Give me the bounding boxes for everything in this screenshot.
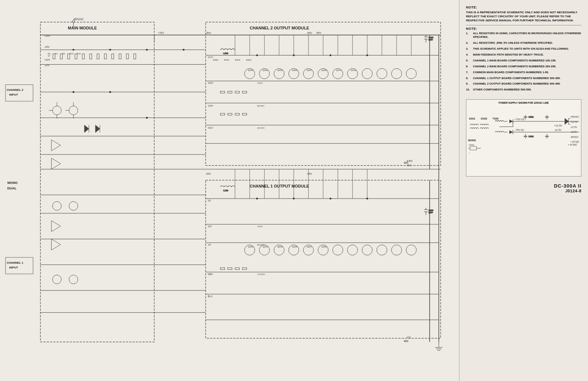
note-item-4: 4.MAIN FEEDBACK PATH DENOTED BY HEAVY TR… (466, 53, 581, 57)
svg-marker-230 (509, 120, 513, 123)
svg-text:Q413: Q413 (351, 69, 356, 71)
note-item-6: 6.CHANNEL 2 MAIN BOARD COMPONENTS NUMBER… (466, 65, 581, 69)
note-heading-1: NOTE: (466, 6, 581, 9)
note-item-9: 9.CHANNEL 2 OUTPUT BOARD COMPONENTS NUMB… (466, 82, 581, 86)
svg-text:L100: L100 (223, 189, 229, 192)
svg-text:MONO: MONO (468, 139, 476, 142)
svg-text:CHANNEL 1: CHANNEL 1 (7, 261, 24, 264)
svg-text:INPUT: INPUT (9, 93, 18, 96)
svg-text:+75V: +75V (158, 32, 164, 34)
svg-text:Q401: Q401 (262, 69, 268, 71)
svg-text:Q309: Q309 (321, 246, 327, 248)
svg-rect-270 (470, 146, 477, 150)
svg-text:Q411: Q411 (336, 69, 341, 71)
svg-text:DUAL: DUAL (7, 186, 17, 190)
note-item-1: 1.ALL RESISTORS IN OHMS, CAPACITORS IN M… (466, 32, 581, 40)
note-item-2: 2.ALL RESISTORS .25W, 5% UNLESS OTHERWIS… (466, 41, 581, 45)
svg-point-139 (72, 91, 74, 93)
svg-text:-12V: -12V (44, 64, 50, 67)
svg-text:V4: V4 (208, 243, 211, 246)
svg-text:INPUT: INPUT (9, 266, 18, 269)
svg-text:WB+: WB+ (208, 273, 213, 275)
right-panel: NOTE: THIS IS A REPRESENTATIVE SCHEMATIC… (459, 0, 588, 381)
model-info: DC-300A II J0124-8 (466, 183, 581, 193)
model-name: DC-300A II (466, 183, 581, 189)
svg-text:MONO: MONO (7, 181, 18, 185)
svg-text:E400: E400 (407, 160, 413, 162)
svg-marker-232 (509, 131, 513, 134)
svg-text:V5: V5 (208, 199, 211, 202)
svg-point-137 (146, 49, 148, 51)
svg-text:-60V: -60V (206, 172, 211, 175)
schematic-diagram: MAIN MODULE CHANNEL 2 OUTPUT MODULE CHAN… (0, 0, 459, 381)
svg-point-135 (72, 49, 74, 51)
svg-text:CHANNEL 2 OUTPUT MODULE: CHANNEL 2 OUTPUT MODULE (250, 26, 309, 30)
svg-point-138 (183, 49, 184, 51)
page-container: MAIN MODULE CHANNEL 2 OUTPUT MODULE CHAN… (0, 0, 588, 381)
svg-text:OK/WH: OK/WH (257, 127, 264, 129)
svg-text:IOC: IOC (407, 164, 411, 167)
representative-note: THIS IS A REPRESENTATIVE SCHEMATIC ONLY … (466, 10, 581, 23)
svg-point-146 (256, 197, 258, 199)
svg-text:Q303: Q303 (277, 246, 283, 248)
power-supply-diagram: POWER SUPPLY SHOWN FOR 120VAC LINE SG01 … (466, 99, 581, 177)
note-item-5: 5.CHANNEL 1 MAIN BOARD COMPONENTS NUMBER… (466, 59, 581, 63)
svg-text:100V: 100V (429, 39, 433, 41)
svg-text:-15V: -15V (44, 46, 50, 48)
svg-text:↑: ↑ (469, 152, 470, 154)
svg-point-148 (330, 197, 331, 199)
power-supply-label: POWER SUPPLY SHOWN FOR 120VAC LINE (468, 102, 579, 104)
svg-text:-65V: -65V (306, 32, 312, 34)
svg-text:R2: R2 (62, 53, 65, 55)
note-item-7: 7.COMMON MAIN BOARD COMPONENTS NUMBERED … (466, 71, 581, 75)
svg-marker-260 (565, 118, 569, 124)
svg-text:-75V DC: -75V DC (515, 129, 524, 131)
svg-text:-12.5V: -12.5V (554, 129, 562, 131)
svg-text:Q403: Q403 (277, 69, 283, 71)
svg-text:Q407: Q407 (306, 69, 312, 71)
svg-text:MAIN MODULE: MAIN MODULE (68, 26, 97, 30)
svg-text:R11: R11 (77, 53, 81, 55)
svg-text:+75V DC: +75V DC (515, 118, 525, 121)
svg-text:V17+: V17+ (208, 56, 214, 58)
note-item-10: 10.OTHER COMPONENTS NUMBERED 500-599. (466, 88, 581, 92)
note-heading-2: NOTE: (466, 27, 581, 31)
svg-point-144 (330, 54, 331, 56)
svg-point-136 (109, 49, 111, 51)
svg-text:BR/WH: BR/WH (257, 244, 264, 246)
svg-text:R401: R401 (224, 59, 230, 61)
svg-text:R10: R10 (70, 53, 74, 55)
svg-text:+ 4CVAC: + 4CVAC (568, 143, 578, 146)
svg-text:FS00: FS00 (469, 144, 474, 146)
svg-text:V21+: V21+ (208, 127, 214, 129)
svg-text:+12V: +12V (44, 58, 50, 61)
svg-text:5V: 5V (48, 55, 50, 57)
svg-text:T/WH: T/WH (257, 225, 262, 228)
svg-text:40VAC: 40VAC (74, 17, 84, 21)
model-number: J0124-8 (466, 189, 581, 193)
svg-text:CS01: CS01 (528, 116, 534, 118)
svg-text:V2+: V2+ (208, 225, 212, 228)
svg-text:-13.5V: -13.5V (570, 131, 577, 133)
schematic-area: MAIN MODULE CHANNEL 2 OUTPUT MODULE CHAN… (0, 0, 459, 381)
svg-point-140 (109, 91, 111, 93)
svg-point-142 (256, 54, 258, 56)
svg-text:+12.5V: +12.5V (570, 121, 578, 123)
svg-text:-60V: -60V (206, 32, 211, 34)
notes-list: 1.ALL RESISTORS IN OHMS, CAPACITORS IN M… (466, 32, 581, 92)
svg-text:Y/D/WH: Y/D/WH (257, 273, 265, 275)
svg-text:-65V: -65V (306, 172, 312, 175)
svg-text:R403: R403 (246, 59, 251, 61)
svg-text:-12.5V: -12.5V (570, 126, 577, 128)
divider-1 (466, 25, 581, 25)
svg-text:-65V: -65V (316, 32, 321, 34)
svg-text:TS00: TS00 (492, 117, 498, 120)
svg-text:SG01: SG01 (469, 117, 476, 120)
svg-text:IOC: IOC (404, 340, 408, 342)
svg-text:CHANNEL 1 OUTPUT MODULE: CHANNEL 1 OUTPUT MODULE (250, 184, 309, 188)
svg-text:+15V: +15V (44, 35, 50, 37)
note-item-8: 8.CHANNEL 1 OUTPUT BOARD COMPONENTS NUMB… (466, 76, 581, 81)
svg-text:R1: R1 (55, 53, 58, 55)
svg-text:V10+: V10+ (208, 104, 214, 107)
power-supply-svg: SG01 SG02 TS00 (468, 106, 579, 178)
